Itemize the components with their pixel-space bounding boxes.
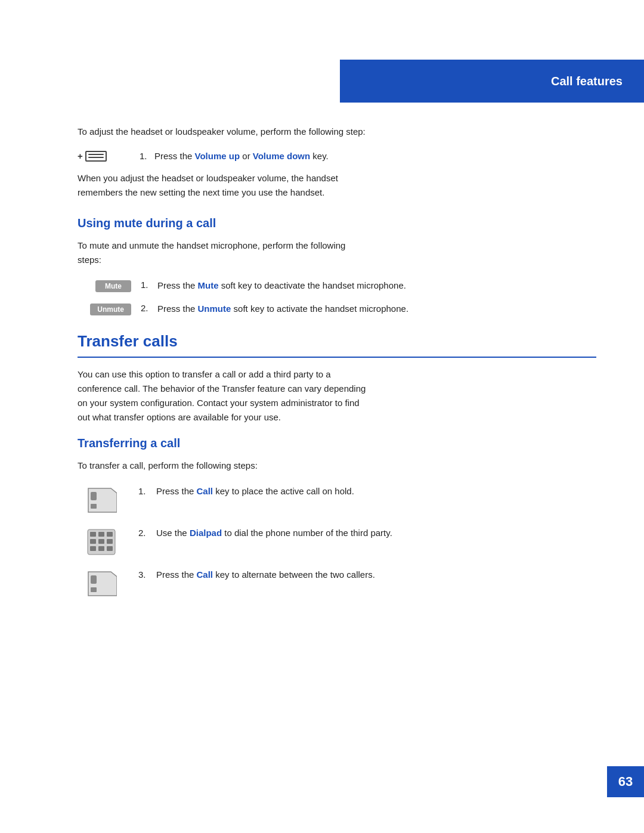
svg-rect-7 <box>90 539 96 544</box>
mute-key-blue: Mute <box>198 280 219 290</box>
transfer-calls-section: Transfer calls You can use this option t… <box>78 332 596 597</box>
svg-rect-5 <box>98 532 104 537</box>
unmute-step-2-num: 2. <box>141 303 154 313</box>
unmute-step-2: Unmute 2. Press the Unmute soft key to a… <box>78 302 596 316</box>
volume-key-icon: + <box>78 151 125 162</box>
mute-button-icon: Mute <box>95 280 131 292</box>
unmute-key-blue: Unmute <box>198 304 231 314</box>
dialpad-blue: Dialpad <box>190 528 222 538</box>
volume-down-key: Volume down <box>253 151 310 161</box>
transfer-step-3: 3. Press the Call key to alternate betwe… <box>78 568 596 597</box>
page-number-box: 63 <box>607 766 644 797</box>
svg-rect-9 <box>107 539 113 544</box>
page-container: Call features To adjust the headset or l… <box>0 0 644 833</box>
volume-step-row: + 1. Press the Volume up or Volume down … <box>78 150 596 163</box>
call-key-icon-2 <box>78 569 125 597</box>
transfer-divider <box>78 357 596 358</box>
transfer-step-2-content: 2. Use the Dialpad to dial the phone num… <box>138 527 596 540</box>
intro-text: To adjust the headset or loudspeaker vol… <box>78 125 596 139</box>
volume-up-key: Volume up <box>195 151 240 161</box>
svg-rect-6 <box>107 532 113 537</box>
mute-step-1-content: Press the Mute soft key to deactivate th… <box>157 279 596 293</box>
transfer-intro: You can use this option to transfer a ca… <box>78 367 596 425</box>
volume-step-number: 1. <box>140 151 152 161</box>
svg-rect-14 <box>91 575 97 584</box>
volume-bar-icon <box>85 151 107 162</box>
using-mute-heading: Using mute during a call <box>78 216 596 230</box>
volume-plus-symbol: + <box>78 151 83 161</box>
vol-bar-line-1 <box>88 154 104 155</box>
page-number: 63 <box>618 774 633 789</box>
call-key-blue-2: Call <box>197 569 213 580</box>
call-key-blue-1: Call <box>197 486 213 496</box>
unmute-step-2-content: Press the Unmute soft key to activate th… <box>157 302 596 316</box>
transferring-intro: To transfer a call, perform the followin… <box>78 459 596 473</box>
call-key-icon-1 <box>78 486 125 513</box>
volume-step-suffix: key. <box>310 151 329 161</box>
unmute-icon-area: Unmute <box>78 302 131 315</box>
step-3-num: 3. <box>138 568 151 582</box>
call-key-svg-1 <box>86 487 117 513</box>
mute-step-1: Mute 1. Press the Mute soft key to deact… <box>78 279 596 293</box>
header-bar: Call features <box>340 60 644 103</box>
step-3-text: Press the Call key to alternate between … <box>156 568 375 582</box>
mute-step-1-text: 1. Press the Mute soft key to deactivate… <box>141 279 596 293</box>
svg-rect-1 <box>91 492 97 500</box>
memory-text: When you adjust the headset or loudspeak… <box>78 171 596 200</box>
transfer-step-3-content: 3. Press the Call key to alternate betwe… <box>138 568 596 582</box>
step-2-text: Use the Dialpad to dial the phone number… <box>156 527 392 540</box>
volume-step-press: Press the <box>154 151 195 161</box>
using-mute-intro: To mute and unmute the handset microphon… <box>78 239 596 267</box>
step-1-text: Press the Call key to place the active c… <box>156 485 354 498</box>
transfer-step-2: 2. Use the Dialpad to dial the phone num… <box>78 527 596 555</box>
memory-text-content: When you adjust the headset or loudspeak… <box>78 173 338 197</box>
using-mute-section: Using mute during a call To mute and unm… <box>78 216 596 315</box>
transfer-calls-heading: Transfer calls <box>78 332 596 351</box>
mute-icon-area: Mute <box>78 279 131 292</box>
transfer-step-1-content: 1. Press the Call key to place the activ… <box>138 485 596 498</box>
header-title: Call features <box>551 75 623 88</box>
svg-rect-11 <box>98 546 104 551</box>
svg-rect-15 <box>91 587 97 592</box>
svg-rect-2 <box>91 504 97 509</box>
unmute-button-icon: Unmute <box>90 304 131 315</box>
transferring-heading: Transferring a call <box>78 436 596 450</box>
vol-bar-line-2 <box>88 157 104 158</box>
step-1-num: 1. <box>138 485 151 498</box>
volume-step-text: 1. Press the Volume up or Volume down ke… <box>140 150 329 163</box>
svg-rect-4 <box>90 532 96 537</box>
step-2-num: 2. <box>138 527 151 540</box>
transfer-step-1: 1. Press the Call key to place the activ… <box>78 485 596 513</box>
dialpad-svg <box>87 529 116 555</box>
call-key-svg-2 <box>86 571 117 597</box>
svg-rect-10 <box>90 546 96 551</box>
main-content: To adjust the headset or loudspeaker vol… <box>78 125 596 610</box>
unmute-step-2-text: 2. Press the Unmute soft key to activate… <box>141 302 596 316</box>
dialpad-icon-area <box>78 528 125 555</box>
svg-rect-12 <box>107 546 113 551</box>
svg-rect-8 <box>98 539 104 544</box>
mute-step-1-num: 1. <box>141 280 154 290</box>
volume-step-or: or <box>240 151 253 161</box>
